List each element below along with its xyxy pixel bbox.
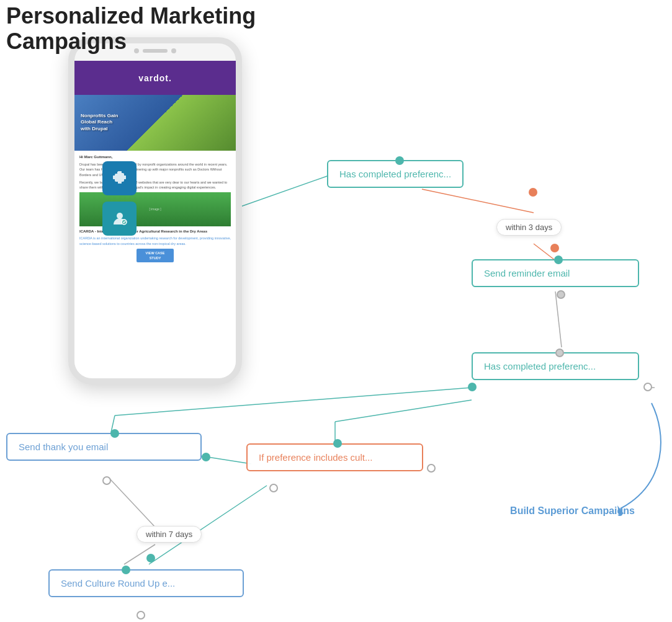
has-completed-node-2[interactable]: Has completed preferenc... xyxy=(472,352,639,380)
person-icon-badge xyxy=(102,202,137,236)
phone-mockup: vardot. Nonprofits Gain Global Reach wit… xyxy=(62,37,248,391)
dot-send-culture-bottom xyxy=(137,611,145,620)
send-thank-you-node[interactable]: Send thank you email xyxy=(6,433,202,461)
hero-text: Nonprofits Gain Global Reach with Drupal xyxy=(81,113,118,132)
email-case-link: ICARDA is an international organization … xyxy=(79,236,231,246)
dot-send-reminder-bottom xyxy=(557,290,565,299)
within-7-days-badge: within 7 days xyxy=(137,526,202,543)
dot-has-completed-2-right xyxy=(643,383,652,391)
svg-line-3 xyxy=(422,189,534,213)
puzzle-icon-badge xyxy=(102,161,137,195)
send-culture-node[interactable]: Send Culture Round Up e... xyxy=(48,569,244,597)
svg-line-13 xyxy=(149,486,267,564)
has-completed-node-1[interactable]: Has completed preferenc... xyxy=(327,160,464,188)
dot-has-completed-2-left xyxy=(468,383,477,391)
dot-within-7-days-bottom xyxy=(146,554,155,562)
email-logo: vardot. xyxy=(138,73,172,83)
dot-if-preference-right xyxy=(427,464,436,473)
send-reminder-node[interactable]: Send reminder email xyxy=(472,259,639,287)
dot-send-culture-top xyxy=(122,566,130,574)
dot-send-thank-you-right xyxy=(202,453,210,461)
email-salutation: Hi Marc Guttmann, xyxy=(79,154,231,160)
dot-within-3-days-bottom xyxy=(550,244,559,252)
within-3-days-badge: within 3 days xyxy=(496,219,562,236)
svg-line-9 xyxy=(109,478,155,527)
dot-has-completed-2-top xyxy=(555,349,564,357)
dot-if-preference-top xyxy=(333,439,342,448)
dot-send-thank-you-top xyxy=(110,429,119,438)
build-superior-label[interactable]: Build Superior Campaigns xyxy=(510,505,635,517)
svg-line-6 xyxy=(115,388,472,415)
svg-line-5 xyxy=(555,291,562,347)
dot-has-completed-1-top xyxy=(395,156,404,165)
svg-point-0 xyxy=(117,213,123,219)
dot-if-preference-bottom xyxy=(269,484,278,492)
dot-send-reminder-top xyxy=(554,255,563,264)
dot-has-completed-1-bottom xyxy=(529,188,537,197)
if-preference-node[interactable]: If preference includes cult... xyxy=(246,443,423,471)
svg-line-12 xyxy=(335,400,472,422)
dot-send-thank-you-bottom xyxy=(102,476,111,485)
email-cta: VIEW CASE STUDY xyxy=(137,249,174,263)
page-title: Personalized Marketing Campaigns xyxy=(6,3,256,55)
